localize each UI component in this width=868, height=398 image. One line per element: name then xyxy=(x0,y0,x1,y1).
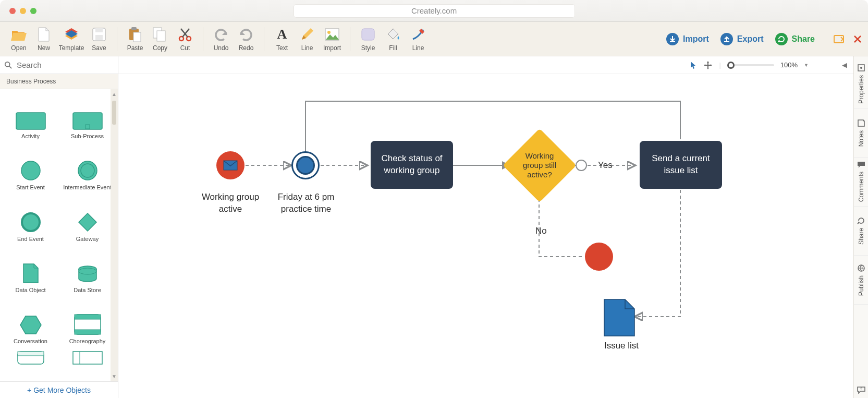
shape-gateway[interactable]: Gateway xyxy=(59,197,116,242)
export-button[interactable]: Export xyxy=(720,33,764,45)
close-window-icon[interactable] xyxy=(9,8,16,14)
copy-button[interactable]: Copy xyxy=(148,27,173,52)
svg-rect-15 xyxy=(834,35,843,43)
end-event-node[interactable] xyxy=(585,243,613,271)
cut-button[interactable]: Cut xyxy=(173,27,198,52)
redo-label: Redo xyxy=(239,44,254,52)
import-circle-icon xyxy=(666,33,679,45)
shape-conversation[interactable]: Conversation xyxy=(2,299,59,344)
comments-tab[interactable]: Comments xyxy=(854,158,868,207)
line-tool-button[interactable]: Line xyxy=(295,27,320,52)
text-tool-button[interactable]: A Text xyxy=(270,27,295,52)
gateway-node[interactable]: Working group still active? xyxy=(503,128,576,202)
share-button[interactable]: Share xyxy=(775,33,815,45)
style-label: Style xyxy=(361,44,375,52)
presentation-icon[interactable] xyxy=(834,35,844,43)
fill-button[interactable]: Fill xyxy=(381,27,406,52)
share-circle-icon xyxy=(775,33,788,45)
shapes-grid: ▲ ▼ Activity Sub-Process Start Event Int… xyxy=(0,89,118,381)
svg-line-17 xyxy=(9,66,11,68)
import-button[interactable]: Import xyxy=(666,33,709,45)
pointer-tool-icon[interactable] xyxy=(690,61,697,69)
canvas[interactable]: Working group active Friday at 6 pm prac… xyxy=(118,74,853,398)
svg-marker-28 xyxy=(20,316,41,334)
copy-icon xyxy=(152,27,168,42)
share-tab[interactable]: Share xyxy=(854,207,868,256)
undo-button[interactable]: Undo xyxy=(209,27,234,52)
canvas-toolbar: | 100% ▼ ◀ xyxy=(118,56,853,74)
canvas-connectors xyxy=(118,74,853,398)
collapse-right-icon[interactable]: ◀ xyxy=(842,61,847,69)
canvas-area: | 100% ▼ ◀ xyxy=(118,56,853,398)
zoom-dropdown-icon[interactable]: ▼ xyxy=(804,63,809,68)
shape-partial-2[interactable] xyxy=(59,351,116,372)
get-more-objects-button[interactable]: + Get More Objects xyxy=(0,381,118,398)
shapes-sidebar: Business Process ▲ ▼ Activity Sub-Proces… xyxy=(0,56,118,398)
main-toolbar: Open New Template Save Paste xyxy=(0,22,868,56)
shape-start-event[interactable]: Start Event xyxy=(2,146,59,190)
issue-list-node[interactable] xyxy=(603,298,635,337)
envelope-icon xyxy=(223,160,238,171)
export-label: Export xyxy=(737,34,764,44)
line-style-label: Line xyxy=(412,44,424,52)
shape-data-store[interactable]: Data Store xyxy=(59,248,116,293)
close-icon[interactable] xyxy=(853,35,862,43)
open-button[interactable]: Open xyxy=(6,27,31,52)
svg-point-40 xyxy=(576,160,586,171)
redo-button[interactable]: Redo xyxy=(234,27,259,52)
send-list-node[interactable]: Send a current issue list xyxy=(640,141,722,189)
line-style-button[interactable]: Line xyxy=(406,27,431,52)
style-button[interactable]: Style xyxy=(356,27,381,52)
scrollbar-thumb[interactable] xyxy=(112,101,116,125)
shape-data-object[interactable]: Data Object xyxy=(2,248,59,293)
pan-tool-icon[interactable] xyxy=(703,61,713,70)
minimize-window-icon[interactable] xyxy=(20,8,26,14)
sidebar-scrollbar[interactable]: ▲ ▼ xyxy=(111,89,118,381)
send-list-text: Send a current issue list xyxy=(646,153,716,177)
shape-choreography[interactable]: Choreography xyxy=(59,299,116,344)
scissors-icon xyxy=(177,27,193,42)
import-image-button[interactable]: Import xyxy=(320,27,345,52)
save-button[interactable]: Save xyxy=(87,27,112,52)
shape-label: Conversation xyxy=(14,338,47,344)
gateway-text: Working group still active? xyxy=(520,151,559,179)
zoom-knob[interactable] xyxy=(727,62,735,69)
svg-rect-34 xyxy=(73,352,102,364)
comments-label: Comments xyxy=(858,172,865,202)
template-button[interactable]: Template xyxy=(56,27,87,52)
properties-tab[interactable]: Properties xyxy=(854,59,868,108)
new-file-icon xyxy=(36,27,52,42)
notes-tab[interactable]: Notes xyxy=(854,108,868,158)
search-input[interactable] xyxy=(17,61,114,69)
import-image-label: Import xyxy=(323,44,341,52)
scroll-down-icon[interactable]: ▼ xyxy=(112,373,117,379)
shape-end-event[interactable]: End Event xyxy=(2,197,59,242)
shape-category[interactable]: Business Process xyxy=(0,74,118,89)
open-label: Open xyxy=(11,44,26,52)
shape-subprocess[interactable]: Sub-Process xyxy=(59,94,116,139)
publish-label: Publish xyxy=(858,275,865,296)
shape-partial-1[interactable] xyxy=(2,351,59,372)
new-button[interactable]: New xyxy=(31,27,56,52)
export-circle-icon xyxy=(720,33,733,45)
scroll-up-icon[interactable]: ▲ xyxy=(112,91,117,97)
paste-label: Paste xyxy=(127,44,143,52)
paste-button[interactable]: Paste xyxy=(123,27,148,52)
svg-point-13 xyxy=(327,31,331,34)
shape-intermediate-event[interactable]: Intermediate Event xyxy=(59,146,116,190)
shape-activity[interactable]: Activity xyxy=(2,94,59,139)
svg-rect-2 xyxy=(95,35,103,40)
timer-event-node[interactable] xyxy=(291,151,320,179)
maximize-window-icon[interactable] xyxy=(30,8,36,14)
check-status-node[interactable]: Check status of working group xyxy=(371,141,453,189)
url-bar[interactable]: Creately.com xyxy=(294,4,575,18)
svg-rect-14 xyxy=(362,29,374,40)
share-label: Share xyxy=(792,34,815,44)
publish-tab[interactable]: Publish xyxy=(854,256,868,305)
start-event-node[interactable] xyxy=(216,151,244,179)
url-text: Creately.com xyxy=(411,6,457,15)
help-tab[interactable]: ? xyxy=(854,305,868,398)
search-row xyxy=(0,56,118,74)
zoom-slider[interactable] xyxy=(727,64,774,66)
traffic-lights xyxy=(9,8,36,14)
